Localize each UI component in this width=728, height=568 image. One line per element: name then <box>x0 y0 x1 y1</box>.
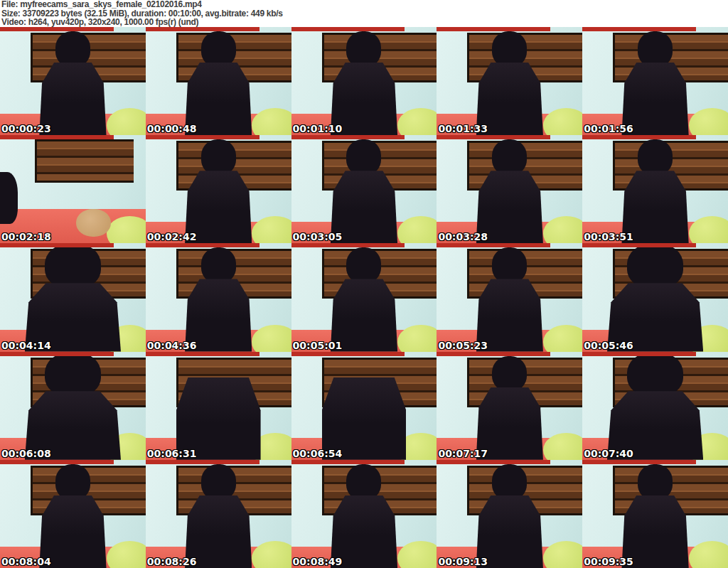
silhouette-head <box>627 243 682 289</box>
video-thumbnail: 00:06:54 <box>291 352 437 460</box>
pillow <box>543 108 582 135</box>
silhouette-head <box>55 31 90 67</box>
red-banner-strip <box>582 352 696 356</box>
video-thumbnail: 00:04:36 <box>146 243 291 351</box>
red-banner-strip <box>0 352 114 356</box>
pillow <box>689 541 728 568</box>
video-thumbnail: 00:06:31 <box>146 352 291 460</box>
pillow <box>689 216 728 243</box>
red-banner-strip <box>582 243 696 247</box>
video-thumbnail: 00:04:14 <box>0 243 146 351</box>
video-line: Video:h264, yuv420p, 320x240, 1000.00 fp… <box>1 18 728 27</box>
wood-headboard <box>35 139 134 183</box>
silhouette-head <box>492 464 527 500</box>
red-banner-strip <box>437 27 550 31</box>
silhouette-head <box>492 31 527 67</box>
silhouette-head <box>492 247 527 283</box>
timestamp-overlay: 00:01:33 <box>438 123 488 135</box>
red-banner-strip <box>437 135 550 139</box>
timestamp-overlay: 00:05:23 <box>438 340 488 352</box>
silhouette-head <box>638 139 673 175</box>
video-label: Video: <box>1 17 26 27</box>
timestamp-overlay: 00:06:31 <box>147 448 197 460</box>
silhouette-head <box>346 31 381 67</box>
pillow <box>543 433 582 460</box>
timestamp-overlay: 00:09:35 <box>584 556 633 568</box>
pillow <box>252 325 291 352</box>
person-silhouette <box>476 31 543 135</box>
timestamp-overlay: 00:06:08 <box>1 448 51 460</box>
red-banner-strip <box>582 135 696 139</box>
file-info-header: File:myfreecams_sara_skys_female_0210201… <box>0 0 728 27</box>
silhouette-head <box>492 139 527 175</box>
silhouette-head <box>201 31 236 67</box>
red-banner-strip <box>146 135 259 139</box>
video-thumbnail: 00:05:23 <box>437 243 582 351</box>
video-thumbnail: 00:07:17 <box>437 352 582 460</box>
timestamp-overlay: 00:08:26 <box>147 556 197 568</box>
video-thumbnail: 00:07:40 <box>582 352 728 460</box>
timestamp-overlay: 00:00:48 <box>147 123 197 135</box>
person-silhouette <box>476 464 543 568</box>
timestamp-overlay: 00:06:54 <box>293 448 343 460</box>
timestamp-overlay: 00:07:40 <box>584 448 633 460</box>
person-silhouette <box>607 243 703 351</box>
red-banner-strip <box>146 352 259 356</box>
red-banner-strip <box>146 27 259 31</box>
red-banner-strip <box>582 460 696 464</box>
person-silhouette <box>621 139 688 243</box>
person-silhouette <box>185 139 252 243</box>
video-thumbnail: 00:09:35 <box>582 460 728 568</box>
timestamp-overlay: 00:02:42 <box>147 231 197 243</box>
silhouette-head <box>55 464 90 500</box>
pillow <box>543 216 582 243</box>
pillow <box>107 108 146 135</box>
video-thumbnail: 00:03:05 <box>291 135 437 243</box>
person-silhouette <box>25 352 121 460</box>
silhouette-head <box>492 356 527 392</box>
timestamp-overlay: 00:01:56 <box>584 123 633 135</box>
dark-object <box>0 172 18 224</box>
timestamp-overlay: 00:03:28 <box>438 231 488 243</box>
red-banner-strip <box>437 352 550 356</box>
timestamp-overlay: 00:08:04 <box>1 556 51 568</box>
person-silhouette <box>621 31 688 135</box>
video-thumbnail: 00:08:49 <box>291 460 437 568</box>
red-banner-strip <box>0 135 114 139</box>
silhouette-head <box>346 464 381 500</box>
video-thumbnail: 00:01:56 <box>582 27 728 135</box>
pillow <box>543 325 582 352</box>
person-silhouette <box>39 31 106 135</box>
person-silhouette <box>185 464 252 568</box>
pillow <box>397 108 437 135</box>
person-silhouette <box>476 139 543 243</box>
video-thumbnail: 00:03:51 <box>582 135 728 243</box>
video-thumbnail: 00:03:28 <box>437 135 582 243</box>
video-thumbnail: 00:01:33 <box>437 27 582 135</box>
contact-sheet: File:myfreecams_sara_skys_female_0210201… <box>0 0 728 568</box>
person-silhouette <box>331 247 397 351</box>
silhouette-head <box>201 464 236 500</box>
red-banner-strip <box>437 243 550 247</box>
silhouette-head <box>201 247 236 283</box>
video-thumbnail: 00:02:42 <box>146 135 291 243</box>
red-banner-strip <box>0 460 114 464</box>
red-banner-strip <box>291 135 405 139</box>
video-thumbnail: 00:00:23 <box>0 27 146 135</box>
pillow <box>689 108 728 135</box>
video-thumbnail: 00:05:01 <box>291 243 437 351</box>
pillow <box>252 108 291 135</box>
timestamp-overlay: 00:03:05 <box>293 231 343 243</box>
pillow <box>252 541 291 568</box>
pillow <box>397 325 437 352</box>
silhouette-head <box>638 31 673 67</box>
timestamp-overlay: 00:04:36 <box>147 340 197 352</box>
pillow <box>543 541 582 568</box>
timestamp-overlay: 00:05:46 <box>584 340 633 352</box>
red-banner-strip <box>0 27 114 31</box>
pillow <box>107 541 146 568</box>
red-banner-strip <box>146 460 259 464</box>
person-silhouette <box>476 356 543 460</box>
person-silhouette <box>331 139 397 243</box>
thumbnail-grid: 00:00:23 00:00:48 00:01:10 <box>0 27 728 568</box>
